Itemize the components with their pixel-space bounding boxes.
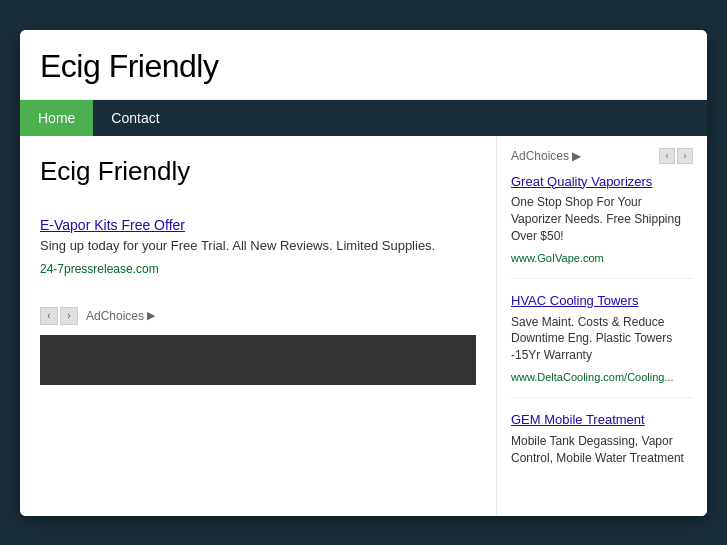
sidebar-adchoices: AdChoices ▶ [511, 149, 581, 163]
sidebar-ad-3: GEM Mobile Treatment Mobile Tank Degassi… [511, 412, 693, 481]
site-nav: Home Contact [20, 100, 707, 136]
adchoices-icon: ▶ [147, 309, 155, 322]
bottom-ad-bar: ‹ › AdChoices ▶ [40, 297, 476, 325]
sidebar-header: AdChoices ▶ ‹ › [511, 148, 693, 164]
bottom-adchoices-text: AdChoices [86, 309, 144, 323]
site-header: Ecig Friendly [20, 30, 707, 100]
sidebar-arrows: ‹ › [659, 148, 693, 164]
sidebar-ad-2-desc: Save Maint. Costs & Reduce Downtime Eng.… [511, 314, 693, 364]
nav-home[interactable]: Home [20, 100, 93, 136]
main-ad-title[interactable]: E-Vapor Kits Free Offer [40, 217, 476, 233]
sidebar-arrow-left[interactable]: ‹ [659, 148, 675, 164]
sidebar-ad-3-desc: Mobile Tank Degassing, Vapor Control, Mo… [511, 433, 693, 467]
main-content: Ecig Friendly E-Vapor Kits Free Offer Si… [20, 136, 707, 516]
browser-window: Ecig Friendly Home Contact Ecig Friendly… [20, 30, 707, 516]
sidebar-adchoices-text: AdChoices [511, 149, 569, 163]
sidebar-ad-2-url: www.DeltaCooling.com/Cooling... [511, 371, 674, 383]
arrow-right-btn[interactable]: › [60, 307, 78, 325]
main-ad-description: Sing up today for your Free Trial. All N… [40, 237, 476, 255]
sidebar-ad-1: Great Quality Vaporizers One Stop Shop F… [511, 174, 693, 279]
sidebar-ad-1-desc: One Stop Shop For Your Vaporizer Needs. … [511, 194, 693, 244]
main-ad-url: 24-7pressrelease.com [40, 262, 159, 276]
bottom-image [40, 335, 476, 385]
site-title: Ecig Friendly [40, 48, 687, 85]
bottom-adchoices: AdChoices ▶ [86, 309, 155, 323]
sidebar-ad-1-url: www.GoIVape.com [511, 252, 604, 264]
bottom-nav-arrows: ‹ › [40, 307, 78, 325]
sidebar-ad-2-title[interactable]: HVAC Cooling Towers [511, 293, 693, 310]
sidebar-ad-3-title[interactable]: GEM Mobile Treatment [511, 412, 693, 429]
right-sidebar: AdChoices ▶ ‹ › Great Quality Vaporizers… [497, 136, 707, 516]
sidebar-ad-1-title[interactable]: Great Quality Vaporizers [511, 174, 693, 191]
sidebar-arrow-right[interactable]: › [677, 148, 693, 164]
sidebar-adchoices-icon: ▶ [572, 149, 581, 163]
main-ad-block: E-Vapor Kits Free Offer Sing up today fo… [40, 217, 476, 277]
page-heading: Ecig Friendly [40, 156, 476, 187]
sidebar-ad-2: HVAC Cooling Towers Save Maint. Costs & … [511, 293, 693, 398]
arrow-left-btn[interactable]: ‹ [40, 307, 58, 325]
nav-contact[interactable]: Contact [93, 100, 177, 136]
left-column: Ecig Friendly E-Vapor Kits Free Offer Si… [20, 136, 497, 516]
